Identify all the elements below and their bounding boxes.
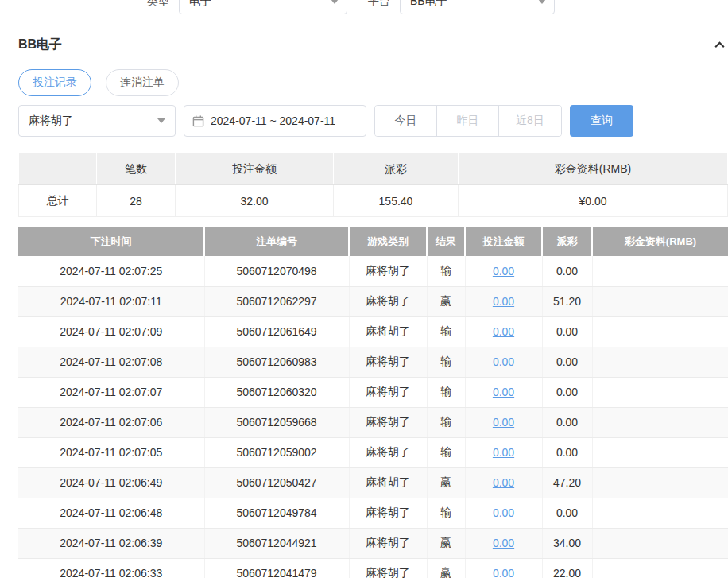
game-name-cell: 麻将胡了: [349, 407, 427, 437]
result-cell: 输: [427, 316, 465, 347]
yesterday-button[interactable]: 昨日: [437, 106, 499, 136]
bonus-cell: [592, 256, 728, 286]
order-id-cell: 5060712060320: [204, 377, 349, 407]
quick-range-group: 今日 昨日 近8日: [374, 105, 562, 137]
order-id-cell: 5060712049784: [204, 498, 349, 528]
bet-time-cell: 2024-07-11 02:06:48: [18, 498, 204, 528]
col-header-game-category: 游戏类别: [349, 227, 427, 256]
col-header-bet-amount: 投注金额: [465, 227, 542, 256]
result-cell: 赢: [427, 467, 465, 498]
bonus-cell: [592, 437, 728, 467]
bet-amount-link[interactable]: 0.00: [493, 506, 514, 519]
collapse-section-button[interactable]: [713, 38, 728, 52]
summary-header-bonus: 彩金资料(RMB): [459, 153, 728, 185]
summary-table: 笔数 投注金额 派彩 彩金资料(RMB) 总计 28 32.00 155.40 …: [18, 153, 728, 217]
platform-select[interactable]: BB电子: [400, 0, 555, 14]
date-range-picker[interactable]: 2024-07-11 ~ 2024-07-11: [184, 105, 366, 137]
top-filter-bar: 类型 电子 平台 BB电子: [147, 0, 728, 14]
bet-time-cell: 2024-07-11 02:07:08: [18, 347, 204, 377]
date-range-value: 2024-07-11 ~ 2024-07-11: [211, 114, 335, 127]
bet-time-cell: 2024-07-11 02:07:25: [18, 256, 204, 286]
bet-amount-link[interactable]: 0.00: [493, 537, 514, 549]
today-button[interactable]: 今日: [375, 106, 437, 136]
result-cell: 赢: [427, 286, 465, 316]
bet-amount-link[interactable]: 0.00: [493, 355, 514, 368]
summary-payout-value: 155.40: [334, 185, 459, 217]
game-name-cell: 麻将胡了: [349, 347, 427, 377]
game-name-cell: 麻将胡了: [349, 286, 427, 316]
col-header-order-id: 注单编号: [204, 227, 349, 256]
bet-amount-link[interactable]: 0.00: [493, 325, 514, 338]
table-row: 2024-07-11 02:07:065060712059668麻将胡了输0.0…: [18, 407, 728, 437]
table-row: 2024-07-11 02:07:255060712070498麻将胡了输0.0…: [18, 256, 728, 286]
result-cell: 输: [427, 377, 465, 407]
table-row: 2024-07-11 02:07:075060712060320麻将胡了输0.0…: [18, 377, 728, 407]
order-id-cell: 5060712041479: [204, 558, 349, 578]
chevron-up-icon: [713, 38, 726, 52]
bet-amount-link[interactable]: 0.00: [493, 295, 514, 308]
result-cell: 输: [427, 498, 465, 528]
bet-time-cell: 2024-07-11 02:06:39: [18, 528, 204, 558]
result-cell: 输: [427, 256, 465, 286]
bet-time-cell: 2024-07-11 02:06:33: [18, 558, 204, 578]
tab-bet-records[interactable]: 投注记录: [18, 69, 91, 96]
bet-amount-link[interactable]: 0.00: [493, 567, 514, 578]
payout-cell: 0.00: [542, 256, 592, 286]
tab-cancelled-bets[interactable]: 连消注单: [106, 69, 179, 96]
summary-header-payout: 派彩: [334, 153, 459, 185]
game-name-cell: 麻将胡了: [349, 316, 427, 347]
last-8-days-button[interactable]: 近8日: [499, 106, 561, 136]
table-row: 2024-07-11 02:07:115060712062297麻将胡了赢0.0…: [18, 286, 728, 316]
type-select[interactable]: 电子: [179, 0, 347, 14]
bet-amount-link[interactable]: 0.00: [493, 265, 514, 277]
bet-amount-cell: 0.00: [465, 467, 542, 498]
bet-amount-link[interactable]: 0.00: [493, 416, 514, 429]
game-name-cell: 麻将胡了: [349, 558, 427, 578]
bet-amount-link[interactable]: 0.00: [493, 386, 514, 398]
order-id-cell: 5060712060983: [204, 347, 349, 377]
bet-amount-link[interactable]: 0.00: [493, 446, 514, 459]
page: 类型 电子 平台 BB电子 BB电子 投注记录 连消注单 麻将胡了 2024-0…: [18, 0, 728, 578]
bet-amount-cell: 0.00: [465, 498, 542, 528]
summary-bonus-value: ¥0.00: [459, 185, 728, 217]
col-header-bet-time: 下注时间: [18, 227, 204, 256]
bet-time-cell: 2024-07-11 02:07:06: [18, 407, 204, 437]
bonus-cell: [592, 528, 728, 558]
summary-header-empty: [19, 153, 97, 185]
query-button[interactable]: 查询: [570, 105, 633, 137]
table-row: 2024-07-11 02:06:335060712041479麻将胡了赢0.0…: [18, 558, 728, 578]
payout-cell: 0.00: [542, 498, 592, 528]
summary-total-row: 总计 28 32.00 155.40 ¥0.00: [19, 185, 728, 217]
game-name-cell: 麻将胡了: [349, 377, 427, 407]
bonus-cell: [592, 467, 728, 498]
bet-table-header-row: 下注时间 注单编号 游戏类别 结果 投注金额 派彩 彩金资料(RMB): [18, 227, 728, 256]
bonus-cell: [592, 316, 728, 347]
bet-time-cell: 2024-07-11 02:07:11: [18, 286, 204, 316]
order-id-cell: 5060712044921: [204, 528, 349, 558]
summary-bet-amount-value: 32.00: [176, 185, 334, 217]
col-header-bonus: 彩金资料(RMB): [592, 227, 728, 256]
type-label: 类型: [147, 0, 169, 9]
result-cell: 输: [427, 347, 465, 377]
bet-amount-cell: 0.00: [465, 437, 542, 467]
bet-amount-cell: 0.00: [465, 407, 542, 437]
bet-amount-link[interactable]: 0.00: [493, 476, 514, 489]
payout-cell: 51.20: [542, 286, 592, 316]
game-select-value: 麻将胡了: [29, 114, 73, 128]
game-select[interactable]: 麻将胡了: [18, 105, 176, 137]
table-row: 2024-07-11 02:07:055060712059002麻将胡了输0.0…: [18, 437, 728, 467]
bet-amount-cell: 0.00: [465, 377, 542, 407]
summary-total-label: 总计: [19, 185, 97, 217]
summary-header-count: 笔数: [97, 153, 176, 185]
game-name-cell: 麻将胡了: [349, 437, 427, 467]
bet-amount-cell: 0.00: [465, 316, 542, 347]
bet-amount-cell: 0.00: [465, 286, 542, 316]
table-row: 2024-07-11 02:07:095060712061649麻将胡了输0.0…: [18, 316, 728, 347]
chevron-down-icon: [331, 0, 339, 4]
payout-cell: 0.00: [542, 437, 592, 467]
chevron-down-icon: [157, 118, 165, 123]
bet-amount-cell: 0.00: [465, 256, 542, 286]
table-row: 2024-07-11 02:06:485060712049784麻将胡了输0.0…: [18, 498, 728, 528]
payout-cell: 0.00: [542, 316, 592, 347]
calendar-icon: [192, 115, 204, 127]
